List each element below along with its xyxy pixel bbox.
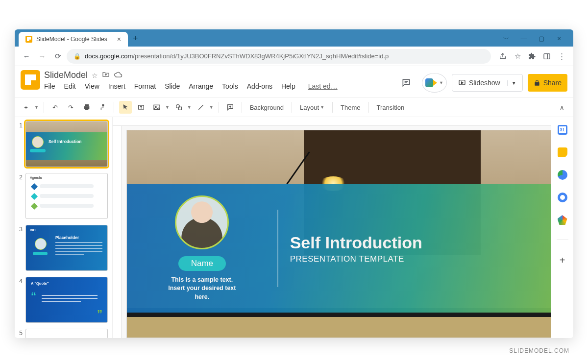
- window-maximize-icon[interactable]: ▢: [538, 35, 545, 44]
- window-close-icon[interactable]: ×: [556, 35, 563, 44]
- menu-file[interactable]: File: [44, 82, 55, 90]
- titlebar: SlideModel - Google Slides × + ﹀ — ▢ ×: [15, 29, 573, 47]
- lock-icon: 🔒: [74, 53, 81, 60]
- menu-edit[interactable]: Edit: [64, 82, 76, 90]
- tab-close-icon[interactable]: ×: [117, 35, 121, 43]
- slideshow-button[interactable]: Slideshow▼: [452, 74, 523, 92]
- browser-tab[interactable]: SlideModel - Google Slides ×: [19, 32, 128, 47]
- watermark: SLIDEMODEL.COM: [509, 347, 569, 354]
- share-url-icon[interactable]: [496, 49, 510, 63]
- meet-button[interactable]: ▼: [422, 73, 447, 93]
- nav-reload-button[interactable]: ⟳: [51, 49, 65, 63]
- last-edit-link[interactable]: Last ed…: [308, 82, 338, 90]
- window-minimize-icon[interactable]: ﹀: [503, 35, 510, 44]
- slide-thumb-2[interactable]: Agenda: [25, 173, 108, 219]
- menu-tools[interactable]: Tools: [222, 82, 238, 90]
- window-minimize2-icon[interactable]: —: [520, 35, 527, 44]
- menu-slide[interactable]: Slide: [165, 82, 180, 90]
- add-panel-button[interactable]: +: [560, 255, 565, 266]
- toolbar-overflow-icon[interactable]: ∧: [556, 101, 568, 114]
- window-controls: ﹀ — ▢ ×: [496, 35, 569, 47]
- transition-button[interactable]: Transition: [374, 104, 408, 111]
- image-tool[interactable]: [150, 101, 163, 114]
- extensions-icon[interactable]: [525, 49, 539, 63]
- contacts-icon[interactable]: [558, 193, 567, 202]
- browser-menu-icon[interactable]: ⋮: [555, 49, 568, 63]
- slide-title: Self Introduction: [290, 233, 569, 252]
- cloud-status-icon[interactable]: [114, 71, 122, 79]
- nav-forward-button[interactable]: →: [35, 49, 49, 63]
- slides-favicon-icon: [25, 36, 32, 43]
- tasks-icon[interactable]: [558, 170, 567, 180]
- address-bar[interactable]: 🔒 docs.google.com/presentation/d/1yJU3BO…: [67, 49, 491, 64]
- slide-thumb-4[interactable]: A “Quote” “”: [25, 277, 108, 323]
- undo-button[interactable]: ↶: [49, 101, 62, 114]
- menu-insert[interactable]: Insert: [108, 82, 125, 90]
- slideshow-caret-icon[interactable]: ▼: [507, 80, 516, 86]
- thumbnail-panel: 1 Self Introduction 2 Agenda 3 BIO: [15, 117, 113, 338]
- sidepanel-toggle-icon[interactable]: [540, 49, 554, 63]
- slide-color-overlay: Name This is a sample text. Insert your …: [127, 184, 569, 313]
- slide-subtitle: PRESENTATION TEMPLATE: [290, 254, 569, 264]
- slide-canvas[interactable]: Name This is a sample text. Insert your …: [126, 130, 569, 338]
- svg-rect-6: [154, 105, 160, 109]
- slides-brand-icon[interactable]: [21, 70, 40, 90]
- slide-thumb-1[interactable]: Self Introduction: [25, 121, 108, 167]
- shape-tool[interactable]: [172, 101, 185, 114]
- bookmark-icon[interactable]: ☆: [511, 49, 524, 63]
- menu-view[interactable]: View: [85, 82, 99, 90]
- workspace: 1 Self Introduction 2 Agenda 3 BIO: [15, 117, 573, 338]
- menu-format[interactable]: Format: [134, 82, 156, 90]
- menu-help[interactable]: Help: [281, 82, 295, 90]
- tab-title: SlideModel - Google Slides: [36, 36, 107, 43]
- redo-button[interactable]: ↷: [65, 101, 77, 114]
- url-bar: ← → ⟳ 🔒 docs.google.com/presentation/d/1…: [15, 47, 573, 66]
- presenter-avatar: [175, 195, 229, 249]
- meet-icon: [425, 78, 437, 87]
- toolbar: +▼ ↶ ↷ ▼ ▼ ▼ Background Layout▼ Theme Tr…: [15, 97, 573, 117]
- layout-button[interactable]: Layout▼: [297, 104, 327, 111]
- menu-arrange[interactable]: Arrange: [189, 82, 213, 90]
- name-pill: Name: [178, 256, 226, 271]
- doc-title[interactable]: SlideModel: [44, 70, 88, 80]
- textbox-tool[interactable]: [135, 101, 147, 114]
- background-button[interactable]: Background: [247, 104, 287, 111]
- move-icon[interactable]: [102, 71, 110, 80]
- svg-rect-0: [544, 53, 550, 59]
- menu-addons[interactable]: Add-ons: [247, 82, 272, 90]
- paint-format-button[interactable]: [96, 101, 109, 114]
- calendar-icon[interactable]: 31: [558, 125, 567, 135]
- ruler-horizontal: [113, 117, 573, 126]
- new-slide-button[interactable]: +: [20, 101, 32, 114]
- comment-tool[interactable]: [224, 101, 237, 114]
- sample-text: This is a sample text. Insert your desir…: [136, 276, 269, 302]
- canvas-area: Name This is a sample text. Insert your …: [113, 117, 573, 338]
- svg-line-10: [198, 105, 203, 109]
- keep-icon[interactable]: [558, 147, 567, 157]
- svg-point-8: [176, 105, 180, 108]
- print-button[interactable]: [80, 101, 93, 114]
- slide-thumb-3[interactable]: BIO Placeholder: [25, 225, 108, 271]
- line-tool[interactable]: [195, 101, 207, 114]
- theme-button[interactable]: Theme: [338, 104, 363, 111]
- nav-back-button[interactable]: ←: [20, 49, 33, 63]
- google-side-panel: 31 +: [551, 117, 573, 338]
- select-tool[interactable]: [119, 101, 132, 114]
- slide-thumb-5[interactable]: [25, 329, 108, 338]
- docs-header: SlideModel ☆ File Edit View Insert Forma…: [15, 66, 573, 97]
- share-button[interactable]: Share: [528, 74, 567, 92]
- maps-icon[interactable]: [558, 215, 567, 225]
- comments-button[interactable]: [395, 74, 417, 92]
- ruler-vertical: [113, 126, 122, 338]
- new-tab-button[interactable]: +: [128, 30, 143, 47]
- star-icon[interactable]: ☆: [92, 72, 98, 79]
- menu-bar: File Edit View Insert Format Slide Arran…: [44, 82, 395, 90]
- browser-window: SlideModel - Google Slides × + ﹀ — ▢ × ←…: [15, 29, 573, 338]
